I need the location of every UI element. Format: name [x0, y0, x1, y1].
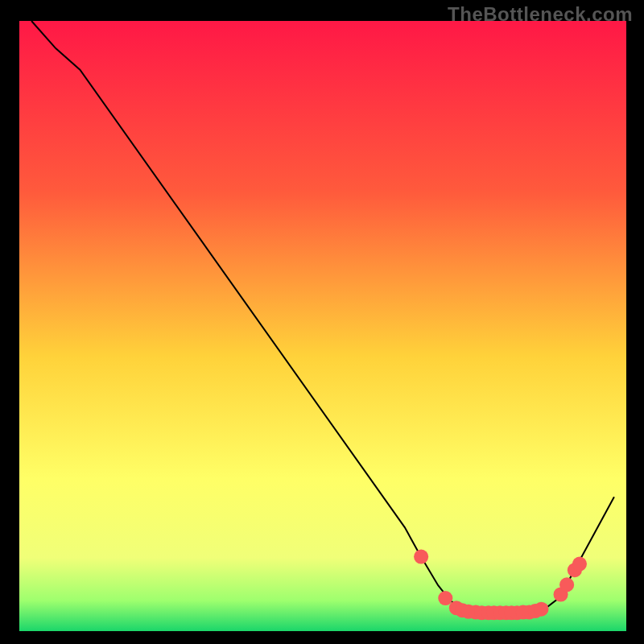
chart-frame: TheBottleneck.com: [0, 0, 644, 644]
curve-marker: [438, 591, 452, 605]
watermark-text: TheBottleneck.com: [448, 3, 633, 26]
curve-marker: [534, 602, 548, 617]
curve-marker: [572, 557, 587, 572]
curve-marker: [559, 577, 574, 592]
bottleneck-chart: [0, 0, 644, 644]
curve-marker: [414, 549, 428, 564]
